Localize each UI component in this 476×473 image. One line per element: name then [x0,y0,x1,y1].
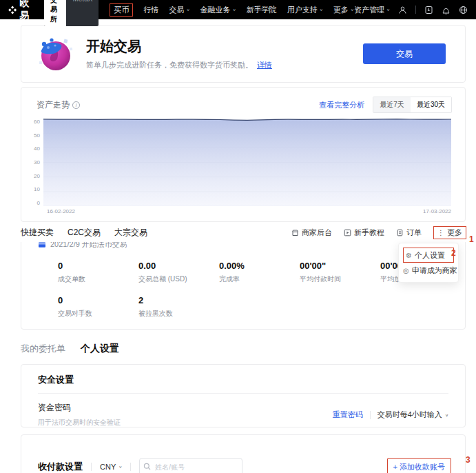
asset-trend-card: 资产走势 i 查看完整分析 最近7天 最近30天 6050403020100 [21,87,466,222]
chevron-down-icon: ∨ [386,8,390,12]
divider [415,6,416,14]
brand-name: 欧易 [19,0,36,22]
fund-password-block: 资金密码 用于法币交易时的安全验证 [38,402,121,427]
app-download-icon[interactable] [424,6,433,14]
security-settings-card: 安全设置 资金密码 用于法币交易时的安全验证 重置密码 交易时每4小时输入 ∨ [21,364,466,427]
navbar-right: 资产管理∨ [354,5,468,15]
nav-item-finance[interactable]: 金融业务∨ [200,5,236,15]
toggle-metax[interactable]: MetaX [66,0,99,26]
tab-c2c-trade[interactable]: C2C交易 [68,227,101,239]
search-icon [143,463,151,470]
nav-item-trade[interactable]: 交易∨ [169,5,189,15]
trade-button[interactable]: 交易 [363,43,446,64]
info-icon[interactable]: i [72,101,80,109]
range-7d-button[interactable]: 最近7天 [373,97,411,112]
details-link[interactable]: 详情 [257,61,272,69]
hero-text: 开始交易 简单几步完成进阶任务，免费获得数字货币奖励。详情 [86,37,272,70]
globe-icon[interactable] [459,6,468,14]
hero-subtitle: 简单几步完成进阶任务，免费获得数字货币奖励。详情 [86,60,272,70]
merchant-portal-button[interactable]: 商家后台 [291,228,332,238]
chevron-down-icon: ∨ [233,8,236,12]
merchant-badge-icon: ◎ [403,267,409,274]
nav-item-more[interactable]: 更多∨ [333,5,354,15]
menu-item-personal-settings[interactable]: ⚙ 个人设置 [403,248,454,263]
asset-area-chart: 6050403020100 [21,114,465,206]
document-icon [396,229,404,236]
tab-personal-settings[interactable]: 个人设置 [81,343,119,355]
x-end-date: 17-03-2022 [423,208,451,214]
divider [370,411,371,419]
trade-tab-bar: 快捷买卖 C2C交易 大宗交易 商家后台 新手教程 订单 ⋮ 更多 [0,223,476,242]
top-navbar: 欧易 交易所 MetaX 买币 行情 交易∨ 金融业务∨ 新手学院 用户支持∨ … [0,0,476,19]
stat-blocked-count: 2被拉黑次数 [138,295,219,319]
reset-password-link[interactable]: 重置密码 [333,410,363,420]
chevron-down-icon: ∨ [445,413,448,417]
annotation-step-1: 1 [469,234,474,244]
nav-item-academy[interactable]: 新手学院 [247,5,277,15]
security-settings-title: 安全设置 [38,365,448,394]
range-toggle: 最近7天 最近30天 [373,97,452,113]
toggle-exchange[interactable]: 交易所 [44,0,66,26]
beginner-tutorial-button[interactable]: 新手教程 [344,228,384,238]
stat-total-volume: 0.00交易总额 (USD) [138,261,219,284]
currency-select[interactable]: CNY ∨ [100,463,122,471]
more-button[interactable]: ⋮ 更多 [433,226,466,239]
mascot-image [35,34,75,74]
settings-section-tabs: 我的委托单 个人设置 [21,343,119,355]
chart-title: 资产走势 i [37,99,80,111]
password-frequency-select[interactable]: 交易时每4小时输入 ∨ [377,410,448,420]
annotation-step-3: 3 [466,455,470,465]
account-search-input[interactable] [139,458,242,473]
full-analysis-link[interactable]: 查看完整分析 [319,100,364,110]
tab-express-trade[interactable]: 快捷买卖 [21,227,54,239]
chevron-down-icon: ∨ [320,8,323,12]
menu-item-become-merchant[interactable]: ◎ 申请成为商家 [403,263,454,278]
platform-toggle: 交易所 MetaX [44,0,99,26]
chevron-down-icon: ∨ [118,465,122,469]
add-payment-account-button[interactable]: + 添加收款账号 [387,458,451,473]
fund-password-desc: 用于法币交易时的安全验证 [38,418,121,427]
annotation-step-2: 2 [451,248,456,258]
stat-completed-orders: 0成交单数 [58,261,138,284]
divider [130,463,131,471]
bell-icon[interactable] [442,6,451,14]
user-icon[interactable] [398,6,407,14]
stat-avg-pay-time: 00'00"平均付款时间 [300,261,380,284]
assets-menu[interactable]: 资产管理∨ [354,5,390,15]
stat-counterparties: 0交易对手数 [58,295,138,319]
nav-item-buy-crypto[interactable]: 买币 [110,3,133,17]
nav-item-support[interactable]: 用户支持∨ [287,5,323,15]
y-axis-labels: 6050403020100 [28,119,43,206]
orders-button[interactable]: 订单 [396,228,422,238]
range-30d-button[interactable]: 最近30天 [411,97,451,112]
divider [91,463,92,471]
payment-settings-card: 收付款设置 CNY ∨ + 添加收款账号 [21,434,466,473]
tab-block-trade[interactable]: 大宗交易 [114,227,147,239]
start-trading-card: 开始交易 简单几步完成进阶任务，免费获得数字货币奖励。详情 交易 [21,25,466,83]
nav-item-markets[interactable]: 行情 [143,5,158,15]
page-title: 开始交易 [86,37,272,56]
gear-icon: ⚙ [406,252,412,259]
okx-logo-icon [8,5,17,15]
payment-settings-title: 收付款设置 [38,461,83,473]
chevron-down-icon: ∨ [186,8,189,12]
main-nav: 买币 行情 交易∨ 金融业务∨ 新手学院 用户支持∨ 更多∨ [110,3,354,17]
more-dots-icon: ⋮ [437,229,444,236]
brand-logo[interactable]: 欧易 [8,0,36,22]
more-dropdown-menu: ⚙ 个人设置 ◎ 申请成为商家 [398,243,459,283]
storefront-icon [291,229,299,236]
tab-my-ads[interactable]: 我的委托单 [21,343,65,355]
tutorial-play-icon [344,229,351,236]
x-axis-labels: 16-02-2022 17-03-2022 [21,206,465,214]
chevron-down-icon: ∨ [351,8,354,12]
fund-password-label: 资金密码 [38,402,121,414]
stat-completion-rate: 0.00%完成率 [219,261,300,284]
x-start-date: 16-02-2022 [47,208,75,214]
